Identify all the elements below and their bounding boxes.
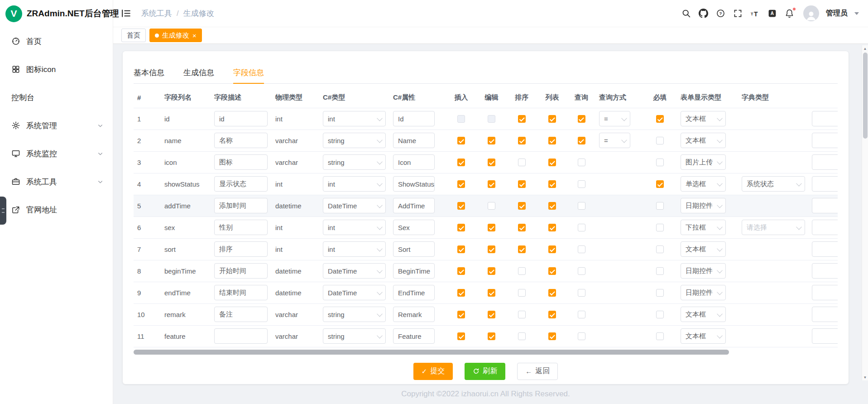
- required-checkbox[interactable]: [656, 245, 664, 253]
- sidebar-item-system-admin[interactable]: 系统管理: [0, 111, 113, 139]
- column-desc-input[interactable]: 图标: [214, 154, 268, 170]
- column-desc-input[interactable]: 显示状态: [214, 176, 268, 192]
- extra-field-input[interactable]: [812, 133, 838, 148]
- column-desc-input[interactable]: 添加时间: [214, 198, 268, 213]
- sort-checkbox[interactable]: [518, 159, 526, 166]
- csharp-type-select[interactable]: DateTime: [323, 198, 386, 213]
- github-icon[interactable]: [698, 8, 709, 19]
- sort-checkbox[interactable]: [518, 224, 526, 231]
- extra-field-input[interactable]: [812, 307, 838, 322]
- query-checkbox[interactable]: [578, 311, 585, 318]
- display-type-select[interactable]: 日期控件: [681, 285, 726, 300]
- edit-checkbox[interactable]: [488, 267, 495, 275]
- query-mode-select[interactable]: =: [599, 133, 630, 148]
- sidebar-item-console[interactable]: 控制台: [0, 83, 113, 111]
- font-size-icon[interactable]: TT: [750, 8, 760, 19]
- csharp-type-select[interactable]: int: [323, 220, 386, 235]
- column-desc-input[interactable]: 备注: [214, 307, 268, 322]
- csharp-type-select[interactable]: DateTime: [323, 285, 386, 300]
- vertical-scrollbar[interactable]: ▲ ▼: [862, 45, 868, 380]
- required-checkbox[interactable]: [656, 202, 664, 210]
- sidebar-item-home[interactable]: 首页: [0, 27, 113, 55]
- vertical-scrollbar-thumb[interactable]: [863, 53, 868, 139]
- query-checkbox[interactable]: [578, 289, 585, 297]
- display-type-select[interactable]: 日期控件: [681, 198, 726, 213]
- sidebar-item-icons[interactable]: 图标icon: [0, 55, 113, 83]
- help-icon[interactable]: ?: [715, 8, 726, 19]
- extra-field-input[interactable]: [812, 328, 838, 344]
- csharp-type-select[interactable]: int: [323, 241, 386, 257]
- display-type-select[interactable]: 图片上传: [681, 154, 726, 170]
- list-checkbox[interactable]: [548, 137, 556, 144]
- list-checkbox[interactable]: [548, 224, 556, 231]
- csharp-property-input[interactable]: Remark: [393, 307, 435, 322]
- query-checkbox[interactable]: [578, 224, 585, 231]
- query-checkbox[interactable]: [578, 267, 585, 275]
- insert-checkbox[interactable]: [457, 180, 465, 188]
- edit-checkbox[interactable]: [488, 202, 495, 210]
- scroll-down-arrow-icon[interactable]: ▼: [862, 374, 868, 380]
- edit-checkbox[interactable]: [488, 289, 495, 297]
- sort-checkbox[interactable]: [518, 267, 526, 275]
- csharp-property-input[interactable]: Name: [393, 133, 435, 148]
- query-mode-select[interactable]: =: [599, 111, 630, 126]
- tag-item-0[interactable]: 首页: [121, 29, 146, 42]
- required-checkbox[interactable]: [656, 159, 664, 166]
- insert-checkbox[interactable]: [457, 245, 465, 253]
- display-type-select[interactable]: 单选框: [681, 176, 726, 192]
- language-icon[interactable]: A: [767, 8, 777, 19]
- insert-checkbox[interactable]: [457, 332, 465, 340]
- column-desc-input[interactable]: [214, 328, 268, 344]
- sort-checkbox[interactable]: [518, 202, 526, 210]
- query-checkbox[interactable]: [578, 180, 585, 188]
- column-desc-input[interactable]: 性别: [214, 220, 268, 235]
- csharp-property-input[interactable]: Icon: [393, 154, 435, 170]
- extra-field-input[interactable]: [812, 241, 838, 257]
- list-checkbox[interactable]: [548, 289, 556, 297]
- csharp-property-input[interactable]: BeginTime: [393, 263, 435, 279]
- insert-checkbox[interactable]: [457, 289, 465, 297]
- bell-icon[interactable]: [784, 8, 795, 19]
- required-checkbox[interactable]: [656, 224, 664, 231]
- extra-field-input[interactable]: [812, 176, 838, 192]
- csharp-type-select[interactable]: int: [323, 176, 386, 192]
- display-type-select[interactable]: 下拉框: [681, 220, 726, 235]
- extra-field-input[interactable]: [812, 198, 838, 213]
- theme-drawer-handle[interactable]: [0, 197, 6, 225]
- extra-field-input[interactable]: [812, 220, 838, 235]
- dict-type-select[interactable]: 请选择: [742, 220, 805, 235]
- list-checkbox[interactable]: [548, 332, 556, 340]
- edit-checkbox[interactable]: [488, 332, 495, 340]
- edit-checkbox[interactable]: [488, 115, 495, 123]
- query-checkbox[interactable]: [578, 202, 585, 210]
- back-button[interactable]: ← 返回: [517, 363, 558, 380]
- insert-checkbox[interactable]: [457, 267, 465, 275]
- edit-checkbox[interactable]: [488, 245, 495, 253]
- required-checkbox[interactable]: [656, 332, 664, 340]
- sort-checkbox[interactable]: [518, 289, 526, 297]
- breadcrumb-parent[interactable]: 系统工具: [141, 8, 172, 19]
- app-logo[interactable]: V ZRAdmin.NET后台管理: [0, 0, 113, 27]
- csharp-property-input[interactable]: ShowStatus: [393, 176, 435, 192]
- user-name[interactable]: 管理员: [826, 9, 848, 18]
- dict-type-select[interactable]: 系统状态: [742, 176, 805, 192]
- csharp-type-select[interactable]: string: [323, 154, 386, 170]
- csharp-property-input[interactable]: Id: [393, 111, 435, 126]
- required-checkbox[interactable]: [656, 311, 664, 318]
- tab-0[interactable]: 基本信息: [134, 62, 164, 83]
- required-checkbox[interactable]: [656, 289, 664, 297]
- query-checkbox[interactable]: [578, 332, 585, 340]
- insert-checkbox[interactable]: [457, 202, 465, 210]
- csharp-type-select[interactable]: DateTime: [323, 263, 386, 279]
- sort-checkbox[interactable]: [518, 180, 526, 188]
- submit-button[interactable]: ✓ 提交: [413, 363, 453, 380]
- fullscreen-icon[interactable]: [733, 8, 743, 19]
- display-type-select[interactable]: 日期控件: [681, 263, 726, 279]
- column-desc-input[interactable]: 排序: [214, 241, 268, 257]
- list-checkbox[interactable]: [548, 115, 556, 123]
- extra-field-input[interactable]: [812, 111, 838, 126]
- sidebar-item-system-monitor[interactable]: 系统监控: [0, 139, 113, 168]
- sort-checkbox[interactable]: [518, 137, 526, 144]
- sort-checkbox[interactable]: [518, 115, 526, 123]
- csharp-type-select[interactable]: string: [323, 133, 386, 148]
